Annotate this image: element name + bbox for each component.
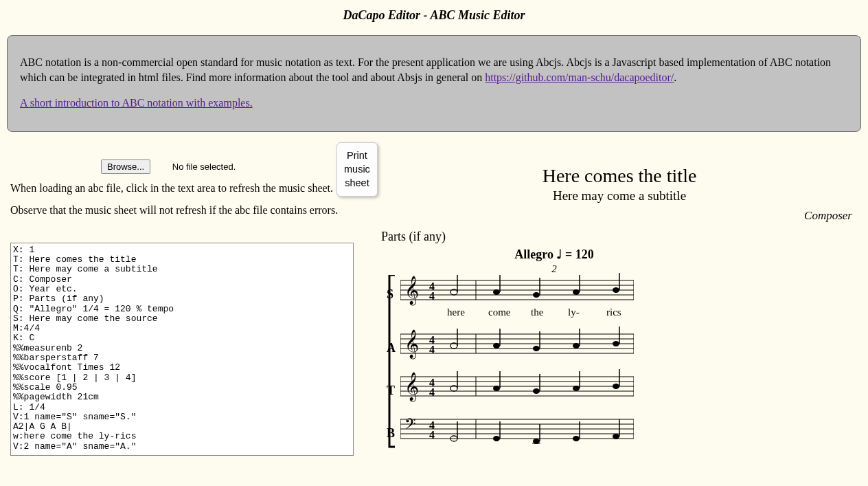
svg-point-55 (493, 386, 500, 391)
info-suffix: . (674, 71, 676, 83)
sheet-header: Here comes the title Here may come a sub… (381, 165, 858, 203)
staff-s: 𝄞 4 4 (400, 272, 634, 311)
svg-point-57 (533, 388, 540, 394)
voice-label-s: S (387, 287, 393, 302)
svg-point-83 (613, 434, 619, 439)
lyric: rics (606, 307, 621, 318)
svg-text:4: 4 (429, 386, 435, 398)
tempo-value: = 120 (562, 247, 593, 261)
voice-label-t: T (387, 384, 395, 398)
info-box: ABC notation is a non-commercial open st… (7, 35, 861, 132)
file-chooser-row: Browse... No file selected. (10, 159, 367, 174)
svg-text:𝄞: 𝄞 (404, 276, 419, 306)
svg-point-13 (493, 289, 500, 295)
tempo-text: Allegro (514, 247, 553, 261)
svg-point-76 (493, 436, 500, 441)
print-button-label: Print music sheet (344, 150, 370, 189)
svg-text:4: 4 (429, 344, 435, 355)
svg-point-38 (573, 343, 580, 349)
lyric: ly- (568, 307, 580, 318)
svg-text:𝄢: 𝄢 (404, 416, 416, 436)
svg-point-34 (493, 343, 500, 349)
sheet-title: Here comes the title (381, 165, 858, 187)
tempo-marking: Allegro ♩ = 120 (381, 247, 858, 262)
intro-link[interactable]: A short introduction to ABC notation wit… (20, 97, 253, 109)
print-button[interactable]: Print music sheet (336, 142, 378, 197)
abc-textarea[interactable] (10, 243, 354, 456)
svg-text:4: 4 (429, 429, 435, 441)
svg-point-59 (573, 386, 580, 391)
info-para-1: ABC notation is a non-commercial open st… (20, 55, 848, 85)
hint-line-2: Observe that the music sheet will not re… (10, 204, 367, 217)
info-text: ABC notation is a non-commercial open st… (20, 56, 831, 83)
svg-point-19 (613, 287, 619, 293)
staff-t: 𝄞 4 4 (400, 368, 634, 407)
svg-point-15 (533, 292, 540, 298)
lyric: here (447, 307, 465, 318)
svg-text:4: 4 (429, 290, 435, 302)
svg-text:𝄞: 𝄞 (404, 372, 419, 402)
svg-point-40 (613, 341, 619, 346)
lyric: come (488, 307, 510, 318)
svg-point-17 (573, 289, 580, 295)
svg-point-61 (613, 384, 619, 389)
page-title: DaCapo Editor - ABC Music Editor (0, 0, 868, 35)
voice-label-b: B (387, 426, 395, 441)
svg-point-36 (533, 346, 540, 351)
sheet-parts: Parts (if any) (381, 230, 858, 244)
github-link[interactable]: https://github.com/man-schu/dacapoeditor… (485, 71, 674, 83)
staff-a: 𝄞 4 4 (400, 326, 634, 364)
score: S 𝄞 4 4 (381, 272, 858, 445)
staff-b: 𝄢 4 4 (400, 411, 634, 450)
hint-line-1: When loading an abc file, click in the t… (10, 182, 367, 195)
voice-label-a: A (387, 341, 396, 355)
sheet-subtitle: Here may come a subtitle (381, 188, 858, 203)
sheet-composer: Composer (381, 209, 852, 223)
svg-point-81 (573, 436, 580, 441)
browse-button[interactable]: Browse... (101, 159, 150, 174)
svg-text:𝄞: 𝄞 (404, 329, 419, 360)
info-para-2: A short introduction to ABC notation wit… (20, 96, 848, 111)
lyric: the (531, 307, 543, 318)
no-file-label: No file selected. (172, 162, 236, 172)
